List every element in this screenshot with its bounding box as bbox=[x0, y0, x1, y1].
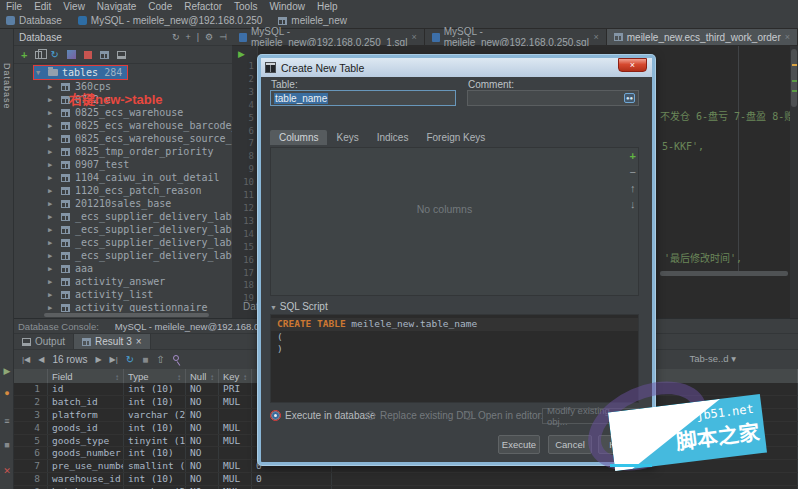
chevron-right-icon[interactable]: ▶ bbox=[48, 96, 56, 104]
rerun-icon[interactable]: ▶ bbox=[0, 365, 14, 377]
stop-icon[interactable]: ■ bbox=[142, 354, 148, 365]
settings-icon[interactable]: ⚙ bbox=[205, 32, 213, 42]
pin-icon[interactable] bbox=[173, 355, 179, 361]
tab-output[interactable]: Output bbox=[14, 334, 74, 349]
cell-field[interactable]: goods_number bbox=[48, 447, 124, 459]
comment-icon[interactable]: ●● bbox=[624, 93, 635, 103]
chevron-right-icon[interactable]: ▶ bbox=[48, 200, 56, 208]
menu-item[interactable]: Window bbox=[269, 1, 305, 12]
tree-node-table[interactable]: ▶ 0825_ecs_warehouse_barcode_goods bbox=[14, 119, 232, 132]
cell-type[interactable]: int (10) bbox=[124, 422, 186, 434]
header-cell-field[interactable]: Field bbox=[48, 369, 124, 383]
chevron-right-icon[interactable]: ▶ bbox=[48, 291, 56, 299]
chevron-right-icon[interactable]: ▶ bbox=[48, 83, 56, 91]
sql-script-editor[interactable]: CREATE TABLE meilele_new.table_name ( ) bbox=[270, 314, 639, 403]
cell-key[interactable] bbox=[219, 447, 252, 459]
tab-sql-2[interactable]: MySQL - meilele_new@192.168.0.250.sql × bbox=[425, 29, 607, 45]
cell-null[interactable]: NO bbox=[186, 383, 219, 395]
move-down-icon[interactable]: ↓ bbox=[630, 199, 636, 210]
console-window-icon[interactable] bbox=[117, 51, 126, 59]
radio-replace-existing-ddl[interactable]: Replace existing DDL bbox=[366, 410, 476, 421]
chevron-right-icon[interactable]: ▶ bbox=[48, 278, 56, 286]
sort-icon[interactable] bbox=[210, 371, 214, 382]
tab-foreign-keys[interactable]: Foreign Keys bbox=[417, 130, 494, 145]
cell-type[interactable]: int (10) bbox=[124, 473, 186, 485]
tree-node-table[interactable]: ▶ activity_questionnaire bbox=[14, 301, 232, 312]
header-cell-type[interactable]: Type bbox=[124, 369, 186, 383]
chevron-right-icon[interactable]: ▶ bbox=[48, 213, 56, 221]
menu-item[interactable]: File bbox=[6, 1, 22, 12]
run-icon[interactable]: ▶ bbox=[238, 49, 245, 59]
cell-field[interactable]: warehouse_id bbox=[48, 473, 124, 485]
menu-item[interactable]: View bbox=[63, 1, 85, 12]
menu-item[interactable]: Tools bbox=[234, 1, 257, 12]
cell-field[interactable]: goods_id bbox=[48, 422, 124, 434]
table-name-input[interactable]: table_name bbox=[270, 90, 456, 106]
cell-field[interactable]: id bbox=[48, 383, 124, 395]
tree-node-tables[interactable]: ▼ tables 284 bbox=[14, 65, 232, 80]
menu-item[interactable]: Navigate bbox=[97, 1, 136, 12]
menu-item[interactable]: Code bbox=[148, 1, 172, 12]
tree-node-table[interactable]: ▶ 0825_tmp_order_priority bbox=[14, 145, 232, 158]
soft-wrap-icon[interactable]: ≡ bbox=[0, 415, 14, 427]
stop-icon[interactable] bbox=[84, 51, 92, 59]
cell-field[interactable]: pre_use_number bbox=[48, 460, 124, 472]
upload-icon[interactable]: ⇧ bbox=[156, 354, 164, 365]
horizontal-scrollbar[interactable] bbox=[44, 313, 209, 317]
sort-icon[interactable] bbox=[243, 371, 247, 382]
tree-node-table[interactable]: ▶ _ecs_supplier_delivery_labels_copy bbox=[14, 210, 232, 223]
cell-type[interactable]: smallint (6) bbox=[124, 460, 186, 472]
tree-node-table[interactable]: ▶ activity_answer bbox=[14, 275, 232, 288]
tree-node-table[interactable]: ▶ 1120_ecs_patch_reason bbox=[14, 184, 232, 197]
chevron-right-icon[interactable]: ▶ bbox=[48, 187, 56, 195]
cell-null[interactable]: NO bbox=[186, 447, 219, 459]
tree-node-table[interactable]: ▶ _ecs_supplier_delivery_labels_memory_c… bbox=[14, 249, 232, 262]
close-console-icon[interactable]: ✕ bbox=[0, 465, 14, 477]
locate-icon[interactable]: + bbox=[185, 32, 190, 42]
table-view-icon[interactable] bbox=[100, 51, 109, 59]
tab-result-3[interactable]: Result 3 × bbox=[74, 334, 151, 349]
tree-node-table[interactable]: ▶ 0907_test bbox=[14, 158, 232, 171]
chevron-right-icon[interactable]: ▶ bbox=[48, 161, 56, 169]
execute-button[interactable]: Execute bbox=[498, 435, 540, 454]
nav-segment-database[interactable]: Database bbox=[6, 15, 62, 26]
radio-icon[interactable] bbox=[271, 411, 280, 420]
tab-columns[interactable]: Columns bbox=[270, 130, 327, 145]
cell-type[interactable]: int (10) bbox=[124, 396, 186, 408]
radio-open-in-editor[interactable]: Open in editor: bbox=[464, 410, 544, 421]
close-icon[interactable]: × bbox=[785, 32, 790, 42]
menu-item[interactable]: Help bbox=[317, 1, 338, 12]
cell-key[interactable]: MUL bbox=[219, 460, 252, 472]
scrollbar-thumb[interactable] bbox=[791, 49, 797, 107]
dialog-title-bar[interactable]: Create New Table × bbox=[261, 58, 652, 77]
close-icon[interactable]: × bbox=[593, 32, 598, 42]
cell-key[interactable]: MUL bbox=[219, 435, 252, 447]
pause-output-icon[interactable]: ● bbox=[0, 387, 14, 399]
reload-icon[interactable]: ↻ bbox=[126, 354, 134, 365]
remove-column-icon[interactable]: − bbox=[630, 167, 636, 178]
last-page-icon[interactable]: ▶| bbox=[110, 355, 118, 364]
header-cell-null[interactable]: Null bbox=[186, 369, 219, 383]
cell-extra[interactable]: 0 bbox=[252, 473, 332, 485]
tree-node-table[interactable]: ▶ 0825_ecs_warehouse_source_relation bbox=[14, 132, 232, 145]
table-row[interactable]: 8 warehouse_id int (10) NO MUL 0 bbox=[14, 473, 798, 486]
sql-script-section[interactable]: ▼ SQL Script bbox=[270, 301, 328, 312]
chevron-right-icon[interactable]: ▶ bbox=[48, 109, 56, 117]
cell-null[interactable]: NO bbox=[186, 409, 219, 421]
chevron-down-icon[interactable]: ▼ bbox=[36, 69, 44, 77]
chevron-right-icon[interactable]: ▶ bbox=[48, 226, 56, 234]
add-icon[interactable]: + bbox=[21, 49, 27, 61]
radio-execute-in-database[interactable]: Execute in database bbox=[271, 410, 376, 421]
tree-node-table[interactable]: ▶ activity_list bbox=[14, 288, 232, 301]
radio-icon[interactable] bbox=[464, 411, 473, 420]
close-button[interactable]: × bbox=[618, 58, 647, 72]
tree-node-table[interactable]: ▶ 1104_caiwu_in_out_detail bbox=[14, 171, 232, 184]
stop-icon[interactable]: ■ bbox=[0, 439, 14, 451]
vertical-scrollbar[interactable] bbox=[790, 46, 798, 318]
cell-field[interactable]: batch_id bbox=[48, 396, 124, 408]
tab-indices[interactable]: Indices bbox=[368, 130, 418, 145]
cancel-button[interactable]: Cancel bbox=[548, 435, 592, 454]
cell-null[interactable]: NO bbox=[186, 396, 219, 408]
tree-node-table[interactable]: ▶ 201210sales_base bbox=[14, 197, 232, 210]
cell-null[interactable]: NO bbox=[186, 473, 219, 485]
